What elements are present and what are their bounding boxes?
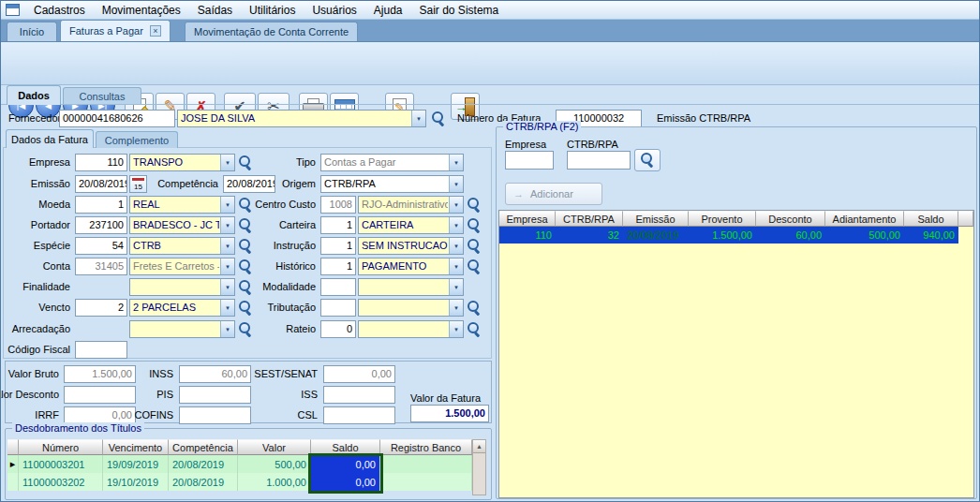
moeda-code-field[interactable]: 1 xyxy=(75,196,127,214)
especie-code-field[interactable]: 54 xyxy=(75,237,127,255)
chevron-down-icon[interactable]: ▼ xyxy=(449,279,463,295)
calendar-icon[interactable]: 15 xyxy=(129,175,147,193)
modalidade-combo[interactable]: ▼ xyxy=(358,278,464,296)
menu-sair-do-sistema[interactable]: Sair do Sistema xyxy=(411,1,508,20)
especie-combo[interactable]: CTRB ▼ xyxy=(129,237,235,255)
fornecedor-combo[interactable]: JOSE DA SILVA ▼ xyxy=(177,110,426,127)
rateio-code-field[interactable]: 0 xyxy=(320,320,356,338)
chevron-down-icon[interactable]: ▼ xyxy=(449,155,463,170)
instrucao-code-field[interactable]: 1 xyxy=(320,237,356,255)
chevron-down-icon[interactable]: ▼ xyxy=(220,321,234,337)
centro-custo-combo[interactable]: RJO-Administrativo ▼ xyxy=(358,196,464,214)
ctrb-lookup-button[interactable] xyxy=(634,149,661,171)
historico-code-field[interactable]: 1 xyxy=(320,258,356,275)
tab-dados-da-fatura[interactable]: Dados da Fatura xyxy=(6,129,94,148)
adicionar-button[interactable]: → Adicionar xyxy=(505,183,602,205)
historico-combo[interactable]: PAGAMENTO ▼ xyxy=(358,258,464,275)
col-adiantamento[interactable]: Adiantamento xyxy=(825,211,904,227)
pis-field[interactable] xyxy=(179,386,251,404)
vencto-lookup-icon[interactable] xyxy=(237,300,253,316)
tipo-combo[interactable]: Contas a Pagar ▼ xyxy=(320,154,464,171)
modalidade-code-field[interactable] xyxy=(320,278,356,296)
emissao-field[interactable]: 20/08/2019 xyxy=(75,175,127,193)
empresa-lookup-icon[interactable] xyxy=(237,155,253,170)
col-vencimento[interactable]: Vencimento xyxy=(103,439,169,455)
menu-cadastros[interactable]: Cadastros xyxy=(25,1,94,20)
finalidade-combo[interactable]: ▼ xyxy=(129,278,235,296)
col-saldo[interactable]: Saldo xyxy=(311,439,380,455)
chevron-down-icon[interactable]: ▼ xyxy=(449,176,463,192)
arrecadacao-combo[interactable]: ▼ xyxy=(129,320,235,338)
especie-lookup-icon[interactable] xyxy=(237,238,253,254)
ctrb-rpa-field[interactable] xyxy=(567,151,631,170)
menu-utilitarios[interactable]: Utilitários xyxy=(241,1,304,20)
carteira-lookup-icon[interactable] xyxy=(466,217,482,233)
instrucao-lookup-icon[interactable] xyxy=(466,238,482,254)
instrucao-combo[interactable]: SEM INSTRUCAO ▼ xyxy=(358,237,464,255)
chevron-down-icon[interactable]: ▼ xyxy=(220,300,234,316)
centro-custo-lookup-icon[interactable] xyxy=(466,197,482,213)
origem-combo[interactable]: CTRB/RPA ▼ xyxy=(320,175,464,193)
chevron-down-icon[interactable]: ▼ xyxy=(449,258,463,274)
carteira-combo[interactable]: CARTEIRA ▼ xyxy=(358,216,464,234)
col-provento[interactable]: Provento xyxy=(689,211,756,227)
scroll-up-icon[interactable]: ▲ xyxy=(473,440,485,453)
col-desconto[interactable]: Desconto xyxy=(756,211,825,227)
rateio-combo[interactable]: ▼ xyxy=(358,320,464,338)
table-row[interactable]: 11000003202 19/10/2019 20/08/2019 1.000,… xyxy=(7,473,472,491)
chevron-down-icon[interactable]: ▼ xyxy=(449,321,463,337)
vencto-code-field[interactable]: 2 xyxy=(75,299,127,317)
chevron-down-icon[interactable]: ▼ xyxy=(411,111,425,126)
col-saldo[interactable]: Saldo xyxy=(904,211,958,227)
historico-lookup-icon[interactable] xyxy=(466,258,482,274)
moeda-combo[interactable]: REAL ▼ xyxy=(129,196,235,214)
fornecedor-lookup-icon[interactable] xyxy=(430,111,446,126)
conta-code-field[interactable]: 31405 xyxy=(75,258,127,275)
chevron-down-icon[interactable]: ▼ xyxy=(220,279,234,295)
tributacao-lookup-icon[interactable] xyxy=(466,300,482,316)
col-numero[interactable]: Número xyxy=(19,439,103,455)
col-emissao[interactable]: Emissão xyxy=(623,211,689,227)
fornecedor-code-field[interactable]: 00000041680626 xyxy=(59,110,175,127)
vertical-scrollbar[interactable]: ▲ xyxy=(472,439,486,495)
chevron-down-icon[interactable]: ▼ xyxy=(220,238,234,254)
moeda-lookup-icon[interactable] xyxy=(237,197,253,213)
tab-faturas-a-pagar[interactable]: Faturas a Pagar × xyxy=(60,20,171,41)
valor-desconto-field[interactable] xyxy=(64,386,136,404)
menu-movimentacoes[interactable]: Movimentações xyxy=(94,1,189,20)
col-competencia[interactable]: Competência xyxy=(169,439,238,455)
tab-inicio[interactable]: Início xyxy=(7,22,57,41)
chevron-down-icon[interactable]: ▼ xyxy=(449,217,463,233)
close-tab-icon[interactable]: × xyxy=(150,25,161,37)
tab-consultas[interactable]: Consultas xyxy=(63,87,141,105)
col-registro-banco[interactable]: Registro Banco xyxy=(380,439,472,455)
csl-field[interactable] xyxy=(323,406,395,424)
tab-movimentacao-conta-corrente[interactable]: Movimentação de Conta Corrente xyxy=(185,22,358,41)
chevron-down-icon[interactable]: ▼ xyxy=(449,300,463,316)
finalidade-lookup-icon[interactable] xyxy=(237,279,253,295)
tributacao-code-field[interactable] xyxy=(320,299,356,317)
carteira-code-field[interactable]: 1 xyxy=(320,216,356,234)
tab-complemento[interactable]: Complemento xyxy=(96,131,178,148)
empresa-combo[interactable]: TRANSPO ▼ xyxy=(129,154,235,171)
vencto-combo[interactable]: 2 PARCELAS ▼ xyxy=(129,299,235,317)
centro-custo-code-field[interactable]: 1008 xyxy=(320,196,356,214)
menu-saidas[interactable]: Saídas xyxy=(189,1,241,20)
table-row[interactable]: ▸ 11000003201 19/09/2019 20/08/2019 500,… xyxy=(7,455,472,473)
table-row[interactable]: 110 32 20/08/2019 1.500,00 60,00 500,00 … xyxy=(499,227,958,244)
chevron-down-icon[interactable]: ▼ xyxy=(449,238,463,254)
portador-lookup-icon[interactable] xyxy=(237,217,253,233)
chevron-down-icon[interactable]: ▼ xyxy=(220,217,234,233)
iss-field[interactable] xyxy=(323,386,395,404)
chevron-down-icon[interactable]: ▼ xyxy=(220,155,234,170)
portador-code-field[interactable]: 237100 xyxy=(75,216,127,234)
portador-combo[interactable]: BRADESCO - JC TH ▼ xyxy=(129,216,235,234)
tributacao-combo[interactable]: ▼ xyxy=(358,299,464,317)
chevron-down-icon[interactable]: ▼ xyxy=(220,197,234,213)
menu-ajuda[interactable]: Ajuda xyxy=(365,1,411,20)
empresa-code-field[interactable]: 110 xyxy=(75,154,127,171)
competencia-field[interactable]: 20/08/2019 xyxy=(223,175,275,193)
conta-combo[interactable]: Fretes E Carretos - ▼ xyxy=(129,258,235,275)
codigo-fiscal-field[interactable] xyxy=(75,341,127,359)
cofins-field[interactable] xyxy=(179,406,251,424)
